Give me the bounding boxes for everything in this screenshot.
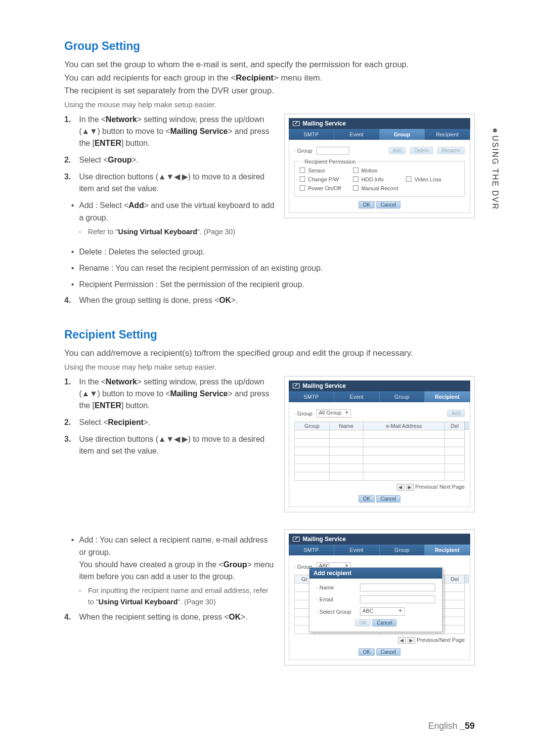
cb-hdd-info[interactable]: HDD Info	[353, 176, 406, 182]
modal-cancel[interactable]: Cancel	[372, 619, 397, 627]
shot2-group-label: · Group	[294, 411, 312, 417]
modal-ok[interactable]: OK	[355, 619, 371, 627]
gs-p1: You can set the group to whom the e-mail…	[64, 59, 475, 71]
modal-email-label: · Email	[316, 596, 356, 602]
shot1-group-label: · Group	[294, 148, 312, 154]
tab-group[interactable]: Group	[380, 391, 425, 402]
rs-sub-vk: For inputting the recipient name and ema…	[79, 585, 275, 607]
shot1-title: Mailing Service	[289, 118, 470, 129]
modal-email-input[interactable]	[360, 595, 435, 603]
table-row[interactable]	[295, 430, 465, 439]
tab-group[interactable]: Group	[380, 545, 425, 555]
next-page-btn[interactable]: ▶	[407, 637, 415, 644]
modal-add-recipient: Add recipient · Name · Email · Select Gr…	[309, 567, 443, 632]
shot2-table: GroupNamee-Mail AddressDel	[294, 421, 465, 481]
shot1-group-input[interactable]	[316, 147, 349, 155]
scrollbar[interactable]	[465, 575, 469, 583]
shot1-perm-legend: · Recipient Permission	[300, 159, 357, 165]
mail-icon	[293, 121, 300, 126]
heading-group-setting: Group Setting	[64, 40, 475, 53]
gs-step2: Select <Group>.	[79, 154, 275, 166]
cb-video-loss[interactable]: Video Loss	[406, 176, 459, 182]
page-content: Group Setting You can set the group to w…	[0, 0, 534, 690]
next-page-btn[interactable]: ▶	[406, 484, 414, 491]
screenshot-recipient: Mailing Service SMTP Event Group Recipie…	[284, 376, 475, 512]
gs-sub-vk: Refer to "Using Virtual Keyboard". (Page…	[79, 226, 275, 237]
gs-step3: Use direction buttons (▲▼◀ ▶) to move to…	[79, 171, 275, 195]
rs-p1: You can add/remove a recipient(s) to/fro…	[64, 347, 475, 360]
shot2-title: Mailing Service	[289, 380, 470, 391]
shot1-tabs: SMTP Event Group Recipient	[289, 129, 470, 140]
mail-icon	[293, 537, 300, 542]
rs-step4: When the recipient setting is done, pres…	[79, 611, 275, 623]
modal-title: Add recipient	[310, 568, 442, 579]
cb-change-pw[interactable]: Change P/W	[300, 176, 353, 182]
rs-note: Using the mouse may help make setup easi…	[64, 363, 475, 371]
rs-step1: In the <Network> setting window, press t…	[79, 376, 275, 412]
modal-name-label: · Name	[316, 585, 356, 590]
gs-p2: You can add recipients for each group in…	[64, 72, 475, 84]
gs-p3: The recipient is set separately from the…	[64, 85, 475, 97]
shot3-title: Mailing Service	[289, 534, 470, 545]
modal-name-input[interactable]	[360, 584, 435, 591]
tab-recipient[interactable]: Recipient	[425, 545, 470, 555]
tab-smtp[interactable]: SMTP	[289, 391, 334, 402]
shot2-cancel[interactable]: Cancel	[376, 495, 400, 503]
tab-event[interactable]: Event	[334, 545, 380, 555]
modal-selgroup-label: · Select Group	[316, 609, 356, 615]
table-row[interactable]	[295, 439, 465, 447]
shot2-pager: ◀ ▶ Previous/ Next Page	[294, 484, 465, 491]
shot2-add-btn[interactable]: Add	[447, 410, 465, 417]
shot1-ok[interactable]: OK	[358, 201, 374, 209]
tab-recipient[interactable]: Recipient	[425, 129, 470, 140]
shot1-cancel[interactable]: Cancel	[376, 201, 400, 209]
prev-page-btn[interactable]: ◀	[397, 484, 404, 491]
table-row[interactable]	[295, 447, 465, 456]
table-row[interactable]	[295, 456, 465, 464]
modal-selgroup-select[interactable]: ABC	[360, 607, 404, 616]
gs-bul-add: Add : Select <Add> and use the virtual k…	[79, 200, 275, 237]
screenshot-add-recipient: Mailing Service SMTP Event Group Recipie…	[284, 529, 475, 666]
tab-group[interactable]: Group	[380, 129, 425, 140]
tab-event[interactable]: Event	[334, 129, 380, 140]
side-tab-text: USING THE DVR	[491, 135, 499, 210]
side-tab: USING THE DVR	[490, 128, 499, 210]
gs-step1: In the <Network> setting window, press t…	[79, 114, 275, 149]
cb-power[interactable]: Power On/Off	[300, 185, 353, 191]
shot3-cancel[interactable]: Cancel	[376, 648, 400, 656]
mail-icon	[293, 383, 300, 388]
table-row[interactable]	[295, 464, 465, 472]
tab-smtp[interactable]: SMTP	[289, 129, 334, 140]
gs-bul-delete: Delete : Deletes the selected group.	[79, 246, 475, 258]
shot3-ok[interactable]: OK	[358, 648, 374, 656]
gs-bul-perm: Recipient Permission : Set the permissio…	[79, 279, 475, 291]
rs-step3: Use direction buttons (▲▼◀ ▶) to move to…	[79, 433, 275, 457]
col-group: Group	[295, 422, 330, 430]
cb-manual-rec[interactable]: Manual Record	[353, 185, 406, 191]
gs-bul-rename: Rename : You can reset the recipient per…	[79, 262, 475, 275]
tab-recipient[interactable]: Recipient	[425, 391, 470, 402]
gs-note: Using the mouse may help make setup easi…	[64, 100, 475, 109]
shot2-group-select[interactable]: All Group	[316, 409, 351, 418]
shot1-add-btn[interactable]: Add	[389, 147, 406, 154]
shot1-perm-fieldset: · Recipient Permission Sensor Motion Cha…	[294, 159, 465, 197]
prev-page-btn[interactable]: ◀	[398, 637, 406, 644]
col-del: Del	[445, 422, 465, 430]
tab-smtp[interactable]: SMTP	[289, 545, 334, 555]
heading-recipient-setting: Recipient Setting	[64, 328, 475, 341]
screenshot-group: Mailing Service SMTP Event Group Recipie…	[284, 114, 475, 218]
col-name: Name	[329, 422, 363, 430]
col-email: e-Mail Address	[363, 422, 445, 430]
table-row[interactable]	[295, 472, 465, 481]
rs-bul-add: Add : You can select a recipient name, e…	[79, 534, 275, 607]
cb-sensor[interactable]: Sensor	[300, 168, 353, 173]
gs-step4: When the group setting is done, press <O…	[79, 294, 475, 306]
shot2-ok[interactable]: OK	[358, 495, 374, 503]
rs-step2: Select <Recipient>.	[79, 417, 275, 428]
shot1-rename-btn[interactable]: Rename	[437, 147, 465, 154]
scrollbar[interactable]	[465, 421, 469, 430]
tab-event[interactable]: Event	[334, 391, 380, 402]
shot3-pager: ◀ ▶ Previous/Next Page	[294, 637, 465, 644]
cb-motion[interactable]: Motion	[353, 168, 406, 173]
shot1-delete-btn[interactable]: Delete	[410, 147, 433, 154]
